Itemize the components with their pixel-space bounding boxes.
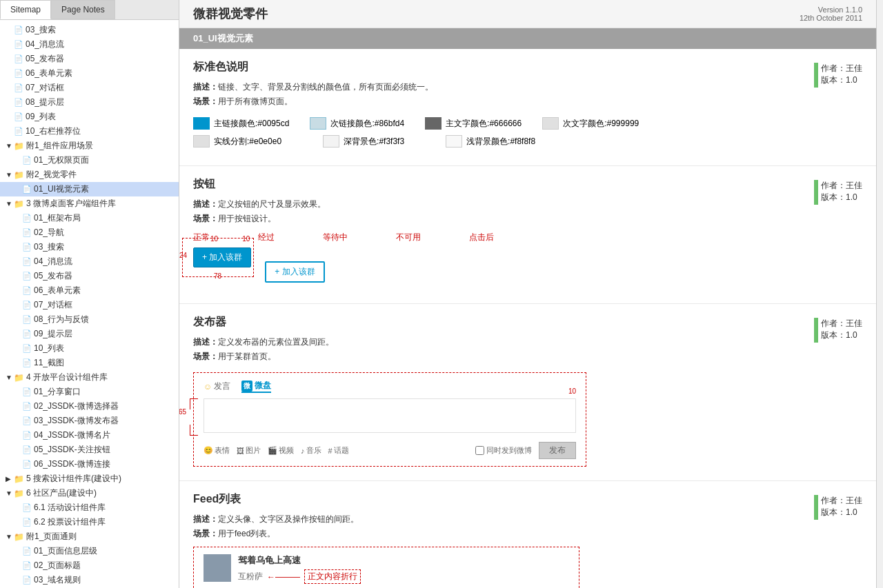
file-icon: 📄 <box>22 301 32 310</box>
list-item[interactable]: 📄 11_截图 <box>0 356 179 370</box>
list-item[interactable]: 📄 09_列表 <box>0 110 179 124</box>
list-item[interactable]: 📄 10_列表 <box>0 341 179 356</box>
folder-icon: 📁 <box>14 532 24 542</box>
button-demo: 正常 经过 等待中 不可用 点击后 10 10 24 <box>193 232 814 283</box>
folder-item-5[interactable]: ▶ 📁 5 搜索设计组件库(建设中) <box>0 472 179 486</box>
file-icon: 📄 <box>22 445 32 454</box>
chevron-down-icon: ▼ <box>6 171 14 179</box>
list-item[interactable]: 📄 03_JSSDK-微博发布器 <box>0 414 179 428</box>
chevron-down-icon: ▼ <box>6 142 14 150</box>
list-item[interactable]: 📄 01_无权限页面 <box>0 153 179 168</box>
list-item[interactable]: 📄 05_JSSDK-关注按钮 <box>0 443 179 457</box>
tool-emotion[interactable]: 😊 表情 <box>204 445 230 456</box>
pub-tab-fayang[interactable]: ☺ 发言 <box>204 380 230 393</box>
state-label-waiting: 等待中 <box>323 232 348 243</box>
tool-video[interactable]: 🎬 视频 <box>268 445 294 456</box>
annotation-top-left: 10 <box>210 235 218 243</box>
color-swatches-row2: 实线分割:#e0e0e0 深背景色:#f3f3f3 浅背景颜色:#f8f8f8 <box>193 135 639 148</box>
list-item[interactable]: 📄 07_对话框 <box>0 81 179 95</box>
share-weibo-checkbox[interactable] <box>475 446 484 455</box>
list-item[interactable]: 📄 04_JSSDK-微博名片 <box>0 428 179 443</box>
folder-icon: 📁 <box>14 474 24 484</box>
chevron-down-icon: ▼ <box>6 533 14 540</box>
desc-buttons: 描述：定义按钮的尺寸及显示效果。 <box>193 199 814 210</box>
swatch-box <box>323 135 339 148</box>
state-label-normal: 正常 <box>193 232 210 243</box>
list-item[interactable]: 📄 08_行为与反馈 <box>0 312 179 327</box>
color-swatch-bg-light: 浅背景颜色:#f8f8f8 <box>446 135 535 148</box>
tool-topic[interactable]: # 话题 <box>328 445 349 456</box>
file-icon: 📄 <box>22 156 32 165</box>
list-item[interactable]: 📄 05_发布器 <box>0 269 179 283</box>
folder-item-fu1[interactable]: ▼ 📁 附1_组件应用场景 <box>0 139 179 153</box>
folder-item-fu2[interactable]: ▼ 📁 附2_视觉零件 <box>0 168 179 182</box>
color-swatch-text-secondary: 次文字颜色:#999999 <box>542 117 639 130</box>
btn-normal[interactable]: + 加入该群 <box>193 247 251 267</box>
folder-item-6[interactable]: ▼ 📁 6 社区产品(建设中) <box>0 486 179 500</box>
weipan-icon: 微 <box>241 381 252 392</box>
list-item[interactable]: 📄 04_消息流 <box>0 254 179 269</box>
version-colors: 版本：1.0 <box>821 74 862 86</box>
list-item[interactable]: 📄 02_页面标题 <box>0 558 179 573</box>
tool-music[interactable]: ♪ 音乐 <box>301 445 321 456</box>
main-scrollbar[interactable] <box>876 0 883 588</box>
list-item[interactable]: 📄 02_导航 <box>0 225 179 240</box>
tool-photo[interactable]: 🖼 图片 <box>237 445 261 456</box>
btn-normal-wrapper: 10 10 24 + 加入该群 78 <box>193 247 251 267</box>
section-publisher: 发布器 描述：定义发布器的元素位置及间距。 场景：用于某群首页。 ☺ 发言 <box>179 304 876 481</box>
version-buttons: 版本：1.0 <box>821 192 862 203</box>
list-item[interactable]: 📄 09_提示层 <box>0 327 179 341</box>
list-item[interactable]: 📄 02_JSSDK-微博选择器 <box>0 399 179 414</box>
list-item[interactable]: 📄 06_表单元素 <box>0 283 179 298</box>
photo-icon: 🖼 <box>237 447 244 455</box>
file-icon: 📄 <box>14 26 23 34</box>
tab-pagenotes[interactable]: Page Notes <box>51 0 115 19</box>
list-item[interactable]: 📄 08_提示层 <box>0 95 179 110</box>
list-item-selected[interactable]: 📄 01_UI视觉元素 <box>0 182 179 196</box>
folder-item-fu-page[interactable]: ▼ 📁 附1_页面通则 <box>0 529 179 544</box>
file-icon: 📄 <box>22 185 32 194</box>
annotation-top-right: 10 <box>242 235 250 243</box>
btn-hover[interactable]: + 加入该群 <box>265 261 324 283</box>
list-item[interactable]: 📄 04_消息流 <box>0 37 179 52</box>
list-item[interactable]: 📄 03_搜索 <box>0 23 179 37</box>
list-item[interactable]: 📄 06_表单元素 <box>0 66 179 81</box>
feed-demo: 驾着乌龟上高速 互粉萨 ←——— 正文内容折行 <box>193 547 579 588</box>
file-icon: 📄 <box>22 387 32 396</box>
section-label: 01_UI视觉元素 <box>179 28 876 49</box>
section-buttons: 按钮 描述：定义按钮的尺寸及显示效果。 场景：用于按钮设计。 正常 经过 等待中… <box>179 166 876 304</box>
list-item[interactable]: 📄 01_页面信息层级 <box>0 544 179 558</box>
list-item[interactable]: 📄 06_JSSDK-微博连接 <box>0 457 179 472</box>
publish-button[interactable]: 发布 <box>539 442 576 459</box>
list-item[interactable]: 📄 01_分享窗口 <box>0 385 179 399</box>
button-examples: 10 10 24 + 加入该群 78 <box>193 247 814 283</box>
version-bar <box>814 63 818 88</box>
list-item[interactable]: 📄 03_域名规则 <box>0 573 179 587</box>
list-item[interactable]: 📄 05_发布器 <box>0 52 179 66</box>
tab-sitemap[interactable]: Sitemap <box>0 0 51 19</box>
swatch-box <box>310 117 326 130</box>
desc-colors: 描述：链接、文字、背景及分割线的颜色值，所有页面必须统一。 <box>193 81 639 93</box>
file-icon: 📄 <box>22 431 32 440</box>
desc-feed: 描述：定义头像、文字区及操作按钮的间距。 <box>193 514 814 525</box>
folder-item-4[interactable]: ▼ 📁 4 开放平台设计组件库 <box>0 370 179 385</box>
author-buttons: 作者：王佳 <box>821 180 862 192</box>
sidebar: Sitemap Page Notes 📄 03_搜索 📄 04_消息流 📄 05… <box>0 0 179 588</box>
folder-icon: 📁 <box>14 373 24 383</box>
list-item[interactable]: 📄 01_框架布局 <box>0 211 179 225</box>
list-item[interactable]: 📄 07_对话框 <box>0 298 179 312</box>
list-item[interactable]: 📄 10_右栏推荐位 <box>0 124 179 139</box>
publisher-tabs: ☺ 发言 微 微盘 <box>204 380 576 393</box>
file-icon: 📄 <box>14 83 23 92</box>
folder-item-3[interactable]: ▼ 📁 3 微博桌面客户端组件库 <box>0 196 179 211</box>
list-item[interactable]: 📄 6.1 活动设计组件库 <box>0 500 179 515</box>
feed-content: 驾着乌龟上高速 互粉萨 ←——— 正文内容折行 <box>238 554 569 584</box>
height-annotation-bottom <box>190 425 198 436</box>
pub-textarea-wrapper: 10 65 <box>204 398 576 436</box>
swatch-box <box>193 135 210 148</box>
list-item[interactable]: 📄 6.2 投票设计组件库 <box>0 515 179 529</box>
publisher-textarea[interactable] <box>204 398 576 433</box>
list-item[interactable]: 📄 03_搜索 <box>0 240 179 254</box>
file-icon: 📄 <box>22 561 32 570</box>
pub-tab-weipan[interactable]: 微 微盘 <box>241 380 271 393</box>
